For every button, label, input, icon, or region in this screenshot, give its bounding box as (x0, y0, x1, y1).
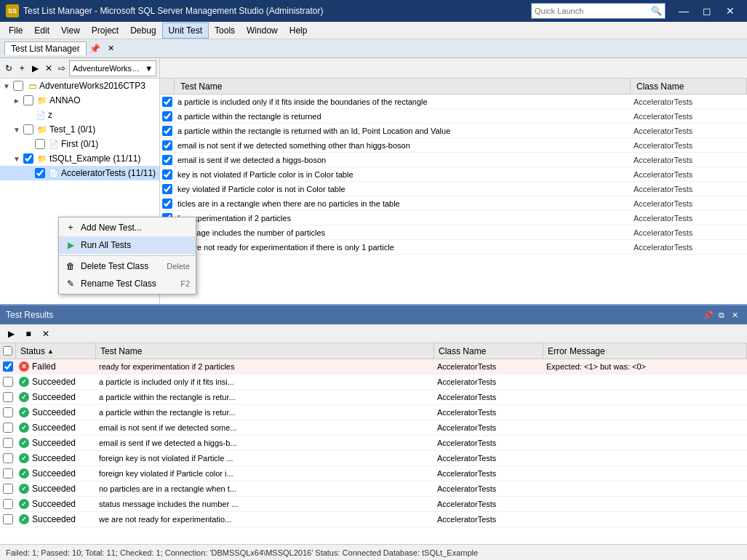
results-row-checkbox[interactable] (3, 514, 13, 524)
results-row[interactable]: ✓ Succeeded status message includes the … (0, 497, 747, 512)
test-row[interactable]: key violated if Particle color is not in… (160, 182, 747, 196)
new-test-button[interactable]: + (16, 60, 28, 76)
results-row-checkbox[interactable] (3, 423, 13, 433)
test-row-checkbox[interactable] (162, 126, 172, 136)
test-icon-z: 📄 (35, 109, 47, 121)
results-row[interactable]: ✓ Succeeded foreign key is not violated … (0, 451, 747, 466)
results-row-checkbox[interactable] (3, 407, 13, 417)
test-row-checkbox[interactable] (162, 111, 172, 121)
ctx-rename-test-class[interactable]: ✎ Rename Test Class F2 (59, 275, 196, 292)
menu-view[interactable]: View (55, 23, 86, 39)
tree-item-tsqlt[interactable]: ▼ 📁 tSQLt_Example (11/11) (0, 151, 159, 166)
quick-launch-search[interactable]: 🔍 (531, 3, 666, 19)
move-button[interactable]: ⇨ (56, 60, 68, 76)
results-row[interactable]: ✓ Succeeded email is sent if we detected… (0, 436, 747, 451)
test-row-name: a particle is included only if it fits i… (175, 97, 631, 106)
results-stop-btn[interactable]: ■ (20, 326, 36, 342)
ctx-add-new-test[interactable]: + Add New Test... (59, 219, 196, 236)
results-clear-btn[interactable]: ✕ (38, 326, 54, 342)
test-row[interactable]: message includes the number of particles… (160, 225, 747, 240)
minimize-button[interactable]: — (673, 3, 695, 19)
test-row-checkbox[interactable] (162, 184, 172, 194)
tree-checkbox-adventureworks[interactable] (13, 81, 23, 91)
test-row-checkbox[interactable] (162, 155, 172, 165)
database-dropdown[interactable]: AdventureWorks2016CTP3.DBMS... ▼ (69, 60, 156, 76)
tree-checkbox-first[interactable] (35, 139, 45, 149)
results-row[interactable]: ✕ Failed ready for experimentation if 2 … (0, 359, 747, 375)
results-run-btn[interactable]: ▶ (3, 326, 19, 342)
menu-window[interactable]: Window (241, 23, 284, 39)
results-row-checkbox[interactable] (3, 453, 13, 463)
menu-unittest[interactable]: Unit Test (162, 23, 209, 39)
refresh-button[interactable]: ↻ (3, 60, 15, 76)
ctx-delete-test-class[interactable]: 🗑 Delete Test Class Delete (59, 257, 196, 275)
close-button[interactable]: ✕ (719, 3, 741, 19)
test-row[interactable]: a particle within the rectangle is retur… (160, 124, 747, 138)
tree-checkbox-test1[interactable] (23, 124, 33, 135)
test-th-name[interactable]: Test Name (175, 79, 631, 94)
tree-checkbox-annao[interactable] (23, 95, 33, 105)
results-select-all[interactable] (3, 346, 12, 356)
test-row[interactable]: we are not ready for experimentation if … (160, 240, 747, 255)
test-row[interactable]: a particle is included only if it fits i… (160, 95, 747, 109)
folder-icon-test1: 📁 (36, 124, 48, 135)
tree-item-annao[interactable]: ► 📁 ANNAO (0, 93, 159, 108)
results-row[interactable]: ✓ Succeeded we are not ready for experim… (0, 512, 747, 527)
test-row-checkbox[interactable] (162, 140, 172, 151)
results-row-checkbox[interactable] (3, 484, 13, 494)
results-th-status[interactable]: Status ▲ (16, 343, 96, 359)
test-th-class[interactable]: Class Name (631, 79, 747, 94)
results-row-checkbox[interactable] (3, 438, 13, 448)
results-row[interactable]: ✓ Succeeded foreign key violated if Part… (0, 466, 747, 481)
tree-checkbox-tsqlt[interactable] (23, 153, 33, 164)
results-th-errormsg[interactable]: Error Message (543, 343, 747, 359)
results-row-checkbox[interactable] (3, 468, 13, 479)
menu-tools[interactable]: Tools (209, 23, 241, 39)
pin-icon[interactable]: 📌 (89, 44, 100, 54)
menu-project[interactable]: Project (86, 23, 124, 39)
test-row[interactable]: key is not violated if Particle color is… (160, 167, 747, 182)
results-row-checkbox[interactable] (3, 499, 13, 509)
results-row[interactable]: ✓ Succeeded no particles are in a rectan… (0, 481, 747, 497)
results-pin-button[interactable]: 📌 (702, 308, 715, 321)
tree-item-first[interactable]: 📄 First (0/1) (0, 137, 159, 151)
tlm-close-button[interactable]: ✕ (108, 44, 114, 53)
results-close-button[interactable]: ✕ (728, 308, 741, 321)
run-button[interactable]: ▶ (29, 60, 41, 76)
test-row-checkbox[interactable] (162, 97, 172, 107)
status-icon: ✓ (19, 484, 29, 494)
delete-button[interactable]: ✕ (43, 60, 55, 76)
quick-launch-input[interactable] (532, 4, 648, 18)
menu-edit[interactable]: Edit (28, 23, 55, 39)
results-float-button[interactable]: ⧉ (715, 308, 728, 321)
test-row-checkbox[interactable] (162, 169, 172, 180)
menu-file[interactable]: File (3, 23, 28, 39)
results-row[interactable]: ✓ Succeeded email is not sent if we dete… (0, 420, 747, 436)
tree-checkbox-accel[interactable] (35, 168, 45, 178)
test-row[interactable]: email is not sent if we detected somethi… (160, 138, 747, 153)
tlm-tab[interactable]: Test List Manager (4, 41, 87, 55)
test-row[interactable]: ticles are in a rectangle when there are… (160, 196, 747, 211)
test-row-checkbox[interactable] (162, 199, 172, 209)
menu-help[interactable]: Help (284, 23, 313, 39)
ctx-run-all-tests[interactable]: ▶ Run All Tests (59, 236, 196, 254)
tree-item-test1[interactable]: ▼ 📁 Test_1 (0/1) (0, 122, 159, 137)
results-row[interactable]: ✓ Succeeded a particle within the rectan… (0, 405, 747, 420)
results-row[interactable]: ✓ Succeeded a particle is included only … (0, 375, 747, 390)
test-row[interactable]: a particle within the rectangle is retur… (160, 109, 747, 124)
results-th-testname[interactable]: Test Name (96, 343, 434, 359)
results-th-classname[interactable]: Class Name (434, 343, 543, 359)
tree-item-z[interactable]: 📄 z (0, 108, 159, 122)
results-th-cb[interactable] (0, 343, 16, 359)
tree-item-accelerator[interactable]: 📄 AcceleratorTests (11/11) (0, 166, 159, 180)
tree-item-adventureworks[interactable]: ▼ 🗃 AdventureWorks2016CTP3 (0, 79, 159, 93)
results-row-checkbox[interactable] (3, 392, 13, 402)
results-row-checkbox[interactable] (3, 377, 13, 387)
results-row[interactable]: ✓ Succeeded a particle within the rectan… (0, 390, 747, 405)
results-row-checkbox[interactable] (3, 361, 13, 372)
status-label: Succeeded (32, 453, 76, 463)
menu-debug[interactable]: Debug (124, 23, 161, 39)
test-row[interactable]: email is sent if we detected a higgs-bos… (160, 153, 747, 167)
restore-button[interactable]: ◻ (696, 3, 718, 19)
test-row[interactable]: for experimentation if 2 particles Accel… (160, 211, 747, 225)
